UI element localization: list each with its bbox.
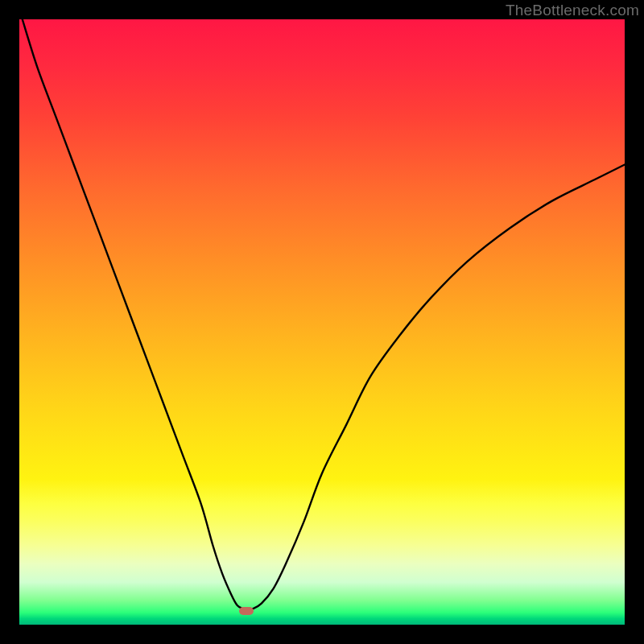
- watermark-label: TheBottleneck.com: [506, 2, 639, 19]
- optimum-marker: [239, 607, 254, 615]
- bottleneck-curve: [19, 19, 625, 625]
- chart-frame: TheBottleneck.com: [0, 0, 644, 644]
- plot-area: [19, 19, 625, 625]
